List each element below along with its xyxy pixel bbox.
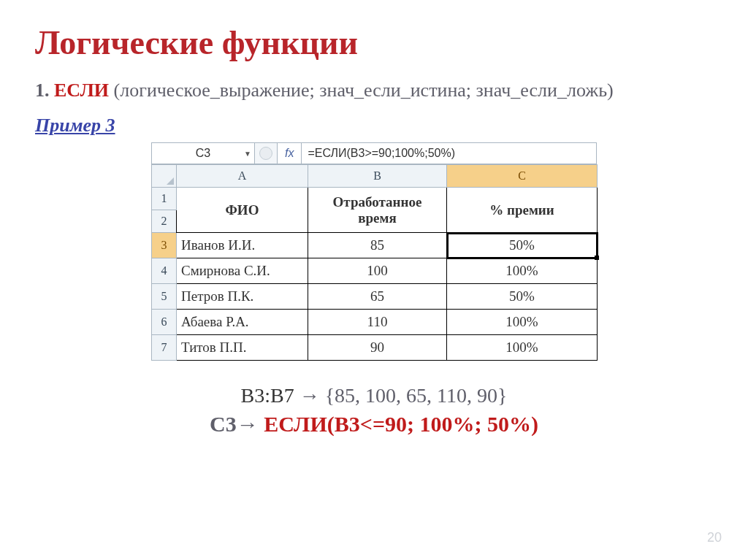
formula-line: C3→ ЕСЛИ(B3<=90; 100%; 50%): [35, 412, 713, 437]
header-C[interactable]: % премии: [447, 188, 598, 233]
range-rhs: {85, 100, 65, 110, 90}: [320, 384, 508, 407]
row-5[interactable]: 5: [152, 284, 177, 310]
func-name: ЕСЛИ: [54, 80, 109, 101]
row-2[interactable]: 2: [152, 210, 177, 233]
col-A[interactable]: A: [177, 165, 308, 188]
range-line: B3:B7 → {85, 100, 65, 110, 90}: [35, 384, 713, 407]
cell-B3[interactable]: 85: [308, 233, 447, 258]
table-row: 4 Смирнова С.И. 100 100%: [152, 258, 598, 284]
row-4[interactable]: 4: [152, 258, 177, 284]
cell-A3[interactable]: Иванов И.И.: [177, 233, 308, 258]
cell-A5[interactable]: Петров П.К.: [177, 284, 308, 310]
excel-screenshot: C3 ▼ fx =ЕСЛИ(B3>=90;100%;50%) A B: [151, 142, 597, 361]
chevron-down-icon: ▼: [244, 150, 251, 158]
row-6[interactable]: 6: [152, 310, 177, 335]
formula-bar: C3 ▼ fx =ЕСЛИ(B3>=90;100%;50%): [151, 142, 597, 164]
syntax-line: 1. ЕСЛИ (логическое_выражение; знач_если…: [35, 80, 713, 101]
example-label: Пример 3: [35, 115, 115, 137]
cell-A4[interactable]: Смирнова С.И.: [177, 258, 308, 284]
cell-C4[interactable]: 100%: [447, 258, 598, 284]
list-number: 1.: [35, 80, 50, 101]
cell-C5[interactable]: 50%: [447, 284, 598, 310]
cell-C3[interactable]: 50%: [447, 233, 598, 258]
formula-lhs: C3: [210, 412, 237, 436]
func-args: (логическое_выражение; знач_если_истина;…: [109, 80, 614, 101]
bottom-text: B3:B7 → {85, 100, 65, 110, 90} C3→ ЕСЛИ(…: [35, 384, 713, 437]
table-row: 5 Петров П.К. 65 50%: [152, 284, 598, 310]
cancel-icon[interactable]: [259, 147, 272, 160]
slide-content: Логические функции 1. ЕСЛИ (логическое_в…: [0, 0, 748, 460]
table-row: 7 Титов П.П. 90 100%: [152, 335, 598, 361]
cell-B7[interactable]: 90: [308, 335, 447, 361]
name-box[interactable]: C3 ▼: [152, 143, 255, 164]
col-B[interactable]: B: [308, 165, 447, 188]
spreadsheet-grid: A B C 1 ФИО Отработанное время % премии …: [151, 164, 598, 361]
range-lhs: B3:B7: [241, 384, 299, 407]
header-row-1: 1 ФИО Отработанное время % премии: [152, 188, 598, 210]
page-title: Логические функции: [35, 23, 713, 62]
formula-rhs: ЕСЛИ(B3<=90; 100%; 50%): [264, 412, 538, 436]
formula-input[interactable]: =ЕСЛИ(B3>=90;100%;50%): [302, 143, 596, 164]
name-box-value: C3: [196, 147, 210, 160]
formula-buttons: [255, 143, 278, 164]
cell-C7[interactable]: 100%: [447, 335, 598, 361]
arrow-icon: →: [237, 412, 264, 436]
cell-B4[interactable]: 100: [308, 258, 447, 284]
row-7[interactable]: 7: [152, 335, 177, 361]
table-row: 6 Абаева Р.А. 110 100%: [152, 310, 598, 335]
cell-B6[interactable]: 110: [308, 310, 447, 335]
cell-C6[interactable]: 100%: [447, 310, 598, 335]
cell-B5[interactable]: 65: [308, 284, 447, 310]
header-B[interactable]: Отработанное время: [308, 188, 447, 233]
cell-A6[interactable]: Абаева Р.А.: [177, 310, 308, 335]
row-3[interactable]: 3: [152, 233, 177, 258]
cell-A7[interactable]: Титов П.П.: [177, 335, 308, 361]
select-all-corner[interactable]: [152, 165, 177, 188]
fx-icon[interactable]: fx: [278, 143, 302, 164]
column-header-row: A B C: [152, 165, 598, 188]
table-row: 3 Иванов И.И. 85 50%: [152, 233, 598, 258]
row-1[interactable]: 1: [152, 188, 177, 210]
col-C[interactable]: C: [447, 165, 598, 188]
arrow-icon: →: [299, 384, 320, 407]
header-A[interactable]: ФИО: [177, 188, 308, 233]
page-number: 20: [707, 530, 722, 545]
formula-text: =ЕСЛИ(B3>=90;100%;50%): [308, 147, 455, 160]
